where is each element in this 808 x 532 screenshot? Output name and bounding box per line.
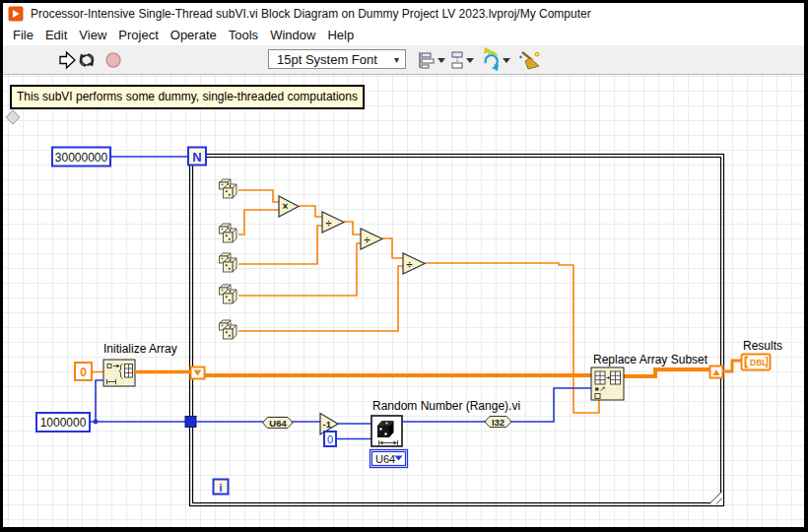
window-border (0, 0, 808, 3)
distribute-objects-button[interactable] (452, 52, 474, 68)
svg-text:i: i (219, 482, 222, 494)
comment-label[interactable]: This subVI performs some dummy, single-t… (10, 85, 365, 109)
font-selector-value: 15pt System Font (277, 52, 377, 67)
svg-text:0: 0 (327, 433, 333, 445)
random-number-dice-icon[interactable] (220, 179, 237, 198)
replace-array-subset-label: Replace Array Subset (593, 353, 708, 366)
menu-edit[interactable]: Edit (45, 28, 67, 42)
menu-bar: File Edit View Project Operate Tools Win… (3, 24, 804, 46)
divide-node-2[interactable]: ÷ (361, 229, 382, 249)
align-objects-button[interactable] (420, 52, 445, 68)
divide-node-1[interactable]: ÷ (322, 212, 344, 233)
initialize-array-node[interactable] (103, 360, 135, 386)
menu-view[interactable]: View (79, 28, 106, 42)
multiply-node[interactable]: × (279, 196, 299, 217)
divide-node-3[interactable]: ÷ (403, 253, 425, 274)
menu-operate[interactable]: Operate (170, 28, 217, 42)
wire-divide2-out[interactable] (382, 238, 403, 258)
svg-text:30000000: 30000000 (55, 151, 108, 165)
wire-replace-out[interactable] (624, 369, 709, 376)
wire-dice2[interactable] (238, 210, 279, 234)
svg-text:×: × (283, 201, 289, 212)
range-min-constant[interactable]: 0 (324, 432, 336, 446)
svg-text:0: 0 (80, 366, 87, 379)
wire-dice1[interactable] (238, 190, 279, 202)
svg-text:÷: ÷ (407, 258, 413, 270)
font-selector[interactable]: 15pt System Font ▾ (268, 49, 406, 69)
run-continuously-button[interactable] (80, 54, 94, 67)
window-title: Processor-Intensive Single-Thread subVI.… (31, 7, 591, 21)
toolbar: 15pt System Font ▾ (3, 46, 804, 75)
block-diagram-layer: 30000000 N × (0, 0, 808, 532)
random-number-range-node[interactable] (371, 416, 402, 446)
comment-anchor (6, 110, 20, 124)
type-selector-u64[interactable]: U64 (370, 450, 408, 468)
results-indicator[interactable]: DBL (742, 355, 771, 370)
random-number-dice-icon[interactable] (220, 224, 237, 242)
type-tag-u64[interactable]: U64 (263, 418, 294, 429)
type-tag-i32[interactable]: I32 (485, 417, 511, 428)
wire-dice3[interactable] (238, 226, 322, 264)
reorder-objects-button[interactable] (484, 47, 510, 71)
init-element-constant[interactable]: 0 (75, 363, 92, 380)
menu-window[interactable]: Window (270, 28, 315, 42)
iteration-terminal-i[interactable]: i (214, 480, 229, 495)
labview-app-icon (8, 6, 24, 22)
run-button[interactable] (60, 52, 75, 68)
loop-count-terminal-N[interactable]: N (188, 148, 206, 166)
shift-register-right[interactable] (710, 366, 723, 378)
for-loop[interactable] (190, 155, 724, 506)
initialize-array-label: Initialize Array (103, 342, 177, 356)
svg-text:÷: ÷ (326, 217, 332, 229)
window-border (804, 0, 808, 532)
svg-text:1000000: 1000000 (40, 416, 87, 430)
results-label: Results (743, 339, 782, 353)
svg-text:-1: -1 (323, 419, 332, 430)
svg-text:I32: I32 (492, 417, 505, 428)
wire-dice5[interactable] (238, 266, 403, 331)
loop-count-constant[interactable]: 30000000 (52, 148, 110, 166)
menu-file[interactable]: File (13, 28, 34, 42)
chevron-down-icon: ▾ (394, 54, 399, 65)
random-number-dice-icon[interactable] (220, 253, 237, 272)
window-border (0, 527, 808, 532)
wire-array-size-branch[interactable] (96, 380, 103, 422)
abort-button[interactable] (106, 53, 120, 67)
svg-text:÷: ÷ (365, 233, 370, 245)
random-number-range-label: Random Number (Range).vi (372, 399, 520, 413)
replace-array-subset-node[interactable] (591, 367, 624, 400)
wire-dice4[interactable] (238, 243, 361, 296)
labview-window: Processor-Intensive Single-Thread subVI.… (0, 0, 808, 532)
clean-up-diagram-button[interactable] (519, 52, 539, 69)
random-number-dice-icon[interactable] (220, 320, 237, 339)
svg-text:DBL: DBL (750, 358, 767, 367)
svg-text:N: N (192, 150, 201, 165)
wire-multiply-out[interactable] (299, 206, 322, 217)
random-number-dice-icon[interactable] (220, 285, 237, 303)
wire-divide3-out[interactable] (425, 263, 599, 413)
shift-register-left[interactable] (191, 367, 205, 379)
svg-text:U64: U64 (375, 453, 395, 465)
loop-input-tunnel[interactable] (185, 417, 196, 428)
wire-junction-dot (94, 420, 99, 425)
array-size-constant[interactable]: 1000000 (36, 413, 90, 432)
window-border (0, 0, 3, 532)
menu-project[interactable]: Project (118, 28, 158, 42)
menu-tools[interactable]: Tools (229, 28, 258, 42)
title-bar: Processor-Intensive Single-Thread subVI.… (3, 3, 804, 24)
svg-text:U64: U64 (269, 418, 287, 429)
wire-results[interactable] (723, 361, 742, 371)
menu-help[interactable]: Help (327, 28, 354, 42)
wire-divide1-out[interactable] (344, 222, 361, 234)
